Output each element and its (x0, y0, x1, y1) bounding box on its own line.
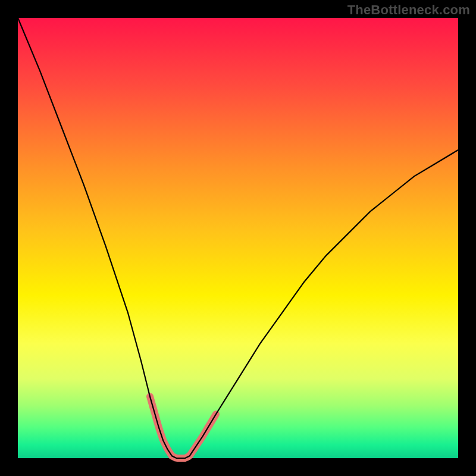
plot-area (18, 18, 458, 458)
curve-svg (18, 18, 458, 458)
watermark-text: TheBottleneck.com (347, 4, 470, 17)
bottleneck-curve (18, 18, 458, 458)
highlight-left (150, 396, 194, 458)
chart-stage: TheBottleneck.com (0, 0, 476, 476)
